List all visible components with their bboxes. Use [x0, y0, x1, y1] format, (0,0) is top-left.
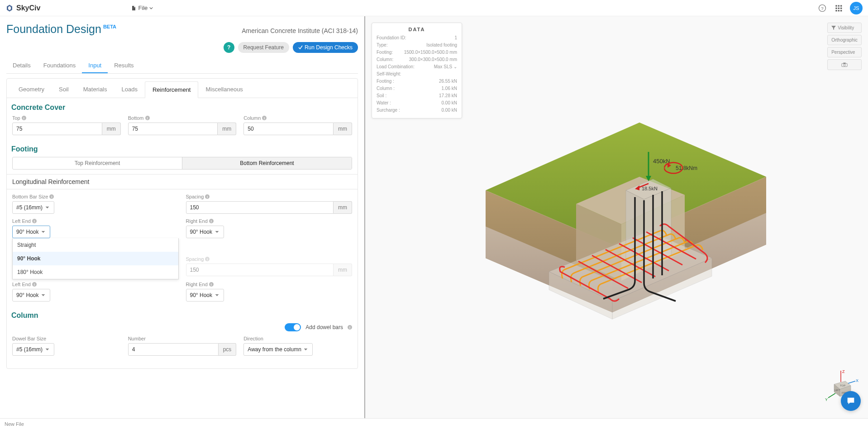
reinforcement-segment: Top Reinforcement Bottom Reinforcement [12, 157, 352, 170]
svg-text:Z: Z [842, 369, 845, 374]
input-card: Geometry Soil Materials Loads Reinforcem… [6, 78, 358, 369]
dropdown-opt-90hook[interactable]: 90° Hook [13, 252, 178, 265]
data-row: Column :1.06 kN [377, 85, 457, 92]
input-number[interactable] [128, 343, 219, 356]
svg-rect-5 [835, 7, 837, 9]
orthographic-button[interactable]: Orthographic [827, 35, 862, 45]
help-icon[interactable]: ? [817, 3, 827, 13]
viewport-pane[interactable]: 450kN 51.8kNm 18.5kN DATA Foundation ID:… [364, 16, 868, 418]
info-icon[interactable]: i [49, 194, 54, 199]
tab-input[interactable]: Input [82, 58, 108, 73]
info-icon[interactable]: i [32, 219, 37, 223]
apps-icon[interactable] [834, 3, 844, 13]
data-row: Type:Isolated footing [377, 42, 457, 48]
info-icon[interactable]: i [262, 116, 267, 120]
visibility-button[interactable]: Visibility [827, 23, 862, 33]
tab-foundations[interactable]: Foundations [37, 58, 82, 73]
unit-mm: mm [218, 123, 236, 135]
label-number: Number [128, 336, 237, 341]
input-spacing[interactable] [186, 201, 334, 214]
brand-logo: SkyCiv [5, 4, 40, 12]
info-icon[interactable]: i [209, 219, 214, 223]
info-icon[interactable]: i [348, 325, 352, 330]
toggle-label: Add dowel bars [305, 324, 343, 330]
select-right-end-2[interactable]: 90° Hook [186, 289, 224, 302]
section-column: Column [7, 306, 358, 323]
toggle-dowel-bars[interactable] [285, 323, 301, 331]
section-footing: Footing [7, 140, 358, 157]
beta-badge: BETA [103, 24, 116, 29]
input-cover-column[interactable] [243, 123, 334, 135]
tab-details[interactable]: Details [6, 58, 37, 73]
select-bottom-bar-size[interactable]: #5 (16mm) [12, 201, 54, 214]
select-dowel-size[interactable]: #5 (16mm) [12, 343, 54, 356]
select-left-end[interactable]: 90° Hook [12, 226, 50, 238]
request-feature-button[interactable]: Request Feature [238, 42, 289, 53]
info-icon[interactable]: i [209, 282, 214, 287]
foundation-3d-render: 450kN 51.8kNm 18.5kN [458, 100, 775, 335]
svg-text:Y: Y [825, 397, 828, 402]
view-controls: Visibility Orthographic Perspective [827, 23, 862, 70]
info-icon[interactable]: i [145, 116, 150, 120]
label-spacing-2: Spacingi [186, 256, 353, 262]
select-right-end[interactable]: 90° Hook [186, 226, 224, 238]
info-icon[interactable]: i [32, 282, 37, 287]
chat-button[interactable] [841, 391, 861, 411]
tab-results[interactable]: Results [108, 58, 140, 73]
dropdown-opt-180hook[interactable]: 180° Hook [13, 265, 178, 279]
seg-top-reinforcement[interactable]: Top Reinforcement [13, 157, 182, 169]
label-spacing: Spacingi [186, 194, 353, 199]
svg-rect-2 [835, 5, 837, 6]
unit-pcs: pcs [219, 343, 237, 356]
subtab-materials[interactable]: Materials [76, 81, 114, 98]
left-end-dropdown: Straight 90° Hook 180° Hook [12, 238, 179, 279]
perspective-button[interactable]: Perspective [827, 47, 862, 57]
unit-mm: mm [334, 264, 352, 276]
help-button[interactable]: ? [224, 42, 234, 53]
subtab-soil[interactable]: Soil [52, 81, 76, 98]
axis-orientation-cube[interactable]: Z X Y TOP FRONT LEFT [823, 368, 850, 396]
subtab-loads[interactable]: Loads [114, 81, 145, 98]
chevron-down-icon [149, 6, 153, 10]
svg-rect-6 [838, 7, 839, 9]
select-direction[interactable]: Away from the column [243, 343, 313, 356]
topbar: SkyCiv File ? JS [0, 0, 868, 16]
select-left-end-2[interactable]: 90° Hook [12, 289, 50, 302]
section-concrete-cover: Concrete Cover [7, 98, 358, 115]
label-cover-top: Topi [12, 115, 121, 121]
avatar[interactable]: JS [850, 2, 863, 14]
subtab-reinforcement[interactable]: Reinforcement [145, 81, 199, 98]
input-cover-bottom[interactable] [128, 123, 218, 135]
design-code-subtitle: American Concrete Institute (ACI 318-14) [242, 27, 358, 34]
dropdown-opt-straight[interactable]: Straight [13, 238, 178, 252]
camera-icon [841, 62, 848, 67]
info-icon[interactable]: i [205, 194, 210, 199]
input-spacing-2[interactable] [186, 264, 334, 276]
camera-button[interactable] [827, 59, 862, 70]
file-menu[interactable]: File [131, 5, 153, 11]
seg-bottom-reinforcement[interactable]: Bottom Reinforcement [182, 157, 352, 169]
svg-rect-9 [838, 10, 839, 11]
input-cover-top[interactable] [12, 123, 102, 135]
status-file: New File [5, 421, 24, 427]
svg-text:TOP: TOP [840, 384, 845, 387]
data-row: Self-Weight: [377, 71, 457, 77]
run-button-label: Run Design Checks [305, 44, 353, 51]
data-row: Footing:1500.0×1500.0×500.0 mm [377, 49, 457, 56]
run-design-checks-button[interactable]: Run Design Checks [293, 42, 358, 53]
data-row: Load Combination:Max SLS ⌄ [377, 64, 457, 70]
topbar-right: ? JS [817, 2, 863, 14]
svg-text:X: X [856, 378, 858, 383]
label-left-end: Left Endi [12, 218, 179, 224]
data-row: Soil :17.28 kN [377, 93, 457, 99]
svg-rect-4 [840, 5, 842, 6]
subtab-miscellaneous[interactable]: Miscellaneous [198, 81, 250, 98]
data-row: Footing :26.55 kN [377, 78, 457, 85]
svg-marker-24 [644, 188, 671, 267]
info-icon[interactable]: i [205, 257, 210, 261]
info-icon[interactable]: i [22, 116, 26, 120]
label-dowel-size: Dowel Bar Size [12, 336, 121, 341]
svg-rect-3 [838, 5, 839, 6]
svg-point-34 [844, 64, 845, 66]
subtab-geometry[interactable]: Geometry [11, 81, 52, 98]
